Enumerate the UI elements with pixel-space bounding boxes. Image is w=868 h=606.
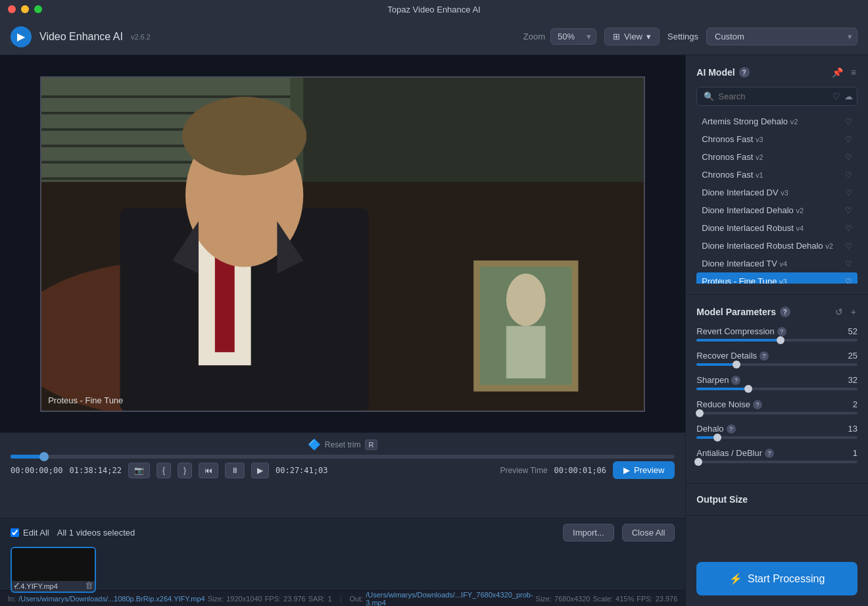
param-label: Recover Details ? <box>696 351 769 361</box>
selected-count-label: All 1 videos selected <box>57 528 135 538</box>
model-favorite-icon[interactable]: ♡ <box>845 224 852 233</box>
list-icon-button[interactable]: ≡ <box>850 66 857 79</box>
model-favorite-icon[interactable]: ♡ <box>845 241 852 251</box>
in-size: 1920x1040 <box>226 595 262 603</box>
status-bar: In: /Users/wimarys/Downloads/...1080p.Br… <box>0 590 685 606</box>
param-value: 13 <box>848 424 857 434</box>
right-panel: AI Model ? 📌 ≡ 🔍 ♡ ☁ Artemis Strong Deha… <box>685 55 868 606</box>
param-slider[interactable] <box>696 388 857 390</box>
param-slider[interactable] <box>696 339 857 341</box>
model-name: Dione Interlaced Dehalo v2 <box>702 205 841 215</box>
param-help-icon[interactable]: ? <box>777 327 786 336</box>
param-slider-thumb[interactable] <box>777 336 784 344</box>
add-param-button[interactable]: + <box>850 305 857 318</box>
play-button[interactable]: ▶ <box>251 463 269 478</box>
favorites-filter-icon[interactable]: ♡ <box>832 91 840 101</box>
preview-button[interactable]: ▶ Preview <box>613 461 675 479</box>
param-help-icon[interactable]: ? <box>765 449 774 458</box>
import-button[interactable]: Import... <box>563 524 614 542</box>
maximize-button[interactable] <box>34 5 42 13</box>
param-help-icon[interactable]: ? <box>727 424 736 434</box>
minimize-button[interactable] <box>21 5 29 13</box>
model-name: Dione Interlaced TV v4 <box>702 259 841 268</box>
param-label: Revert Compression ? <box>696 326 786 336</box>
view-label: View <box>624 32 642 41</box>
param-slider-thumb[interactable] <box>733 361 740 368</box>
param-value: 52 <box>848 326 857 336</box>
close-all-button[interactable]: Close All <box>622 524 675 542</box>
in-path[interactable]: /Users/wimarys/Downloads/...1080p.BrRip.… <box>18 595 205 603</box>
search-box: 🔍 ♡ ☁ <box>696 87 857 106</box>
model-list-item[interactable]: Chronos Fast v1 ♡ <box>696 166 857 184</box>
view-button[interactable]: ⊞ View ▾ <box>604 28 660 45</box>
mark-in-icon: { <box>162 466 165 475</box>
param-slider-thumb[interactable] <box>694 458 702 466</box>
model-favorite-icon[interactable]: ♡ <box>845 170 852 180</box>
param-help-icon[interactable]: ? <box>760 351 769 361</box>
model-list-item[interactable]: Dione Interlaced Robust v4 ♡ <box>696 219 857 237</box>
cloud-filter-icon[interactable]: ☁ <box>844 91 853 101</box>
pause-button[interactable]: ⏸ <box>225 463 245 478</box>
param-slider[interactable] <box>696 461 857 463</box>
mark-out-button[interactable]: } <box>178 463 192 478</box>
preview-time-value: 00:00:01;06 <box>554 466 606 475</box>
model-version: v2 <box>756 153 763 161</box>
param-help-icon[interactable]: ? <box>731 376 740 385</box>
camera-button[interactable]: 📷 <box>128 463 150 478</box>
model-list-item[interactable]: Chronos Fast v3 ♡ <box>696 130 857 148</box>
model-list-item[interactable]: Proteus - Fine Tune v3 ♡ <box>696 272 857 284</box>
model-version: v2 <box>790 118 798 126</box>
file-item[interactable]: ...4.YIFY.mp4 ✓ 🗑 <box>11 547 96 593</box>
out-path[interactable]: /Users/wimarys/Downloads/...IFY_7680x432… <box>366 591 533 607</box>
ai-model-section: AI Model ? 📌 ≡ 🔍 ♡ ☁ Artemis Strong Deha… <box>686 55 868 295</box>
model-params-help-icon[interactable]: ? <box>780 307 790 317</box>
param-slider-fill <box>696 388 748 390</box>
model-list-item[interactable]: Artemis Strong Dehalo v2 ♡ <box>696 113 857 130</box>
step-back-button[interactable]: ⏮ <box>199 463 218 478</box>
file-check-icon: ✓ <box>13 580 20 590</box>
model-favorite-icon[interactable]: ♡ <box>845 153 852 162</box>
param-help-icon[interactable]: ? <box>753 400 762 409</box>
model-list-item[interactable]: Dione Interlaced DV v3 ♡ <box>696 184 857 201</box>
model-favorite-icon[interactable]: ♡ <box>845 117 852 126</box>
param-slider-thumb[interactable] <box>696 409 704 417</box>
model-list-item[interactable]: Dione Interlaced TV v4 ♡ <box>696 255 857 272</box>
model-list-item[interactable]: Dione Interlaced Dehalo v2 ♡ <box>696 201 857 219</box>
file-delete-icon[interactable]: 🗑 <box>85 580 93 590</box>
timeline-bar[interactable] <box>11 455 675 459</box>
thumb-svg <box>12 548 95 581</box>
model-favorite-icon[interactable]: ♡ <box>845 259 852 268</box>
ai-model-help-icon[interactable]: ? <box>739 67 750 78</box>
reset-params-button[interactable]: ↺ <box>834 305 844 318</box>
model-favorite-icon[interactable]: ♡ <box>845 188 852 197</box>
pin-icon-button[interactable]: 📌 <box>831 66 844 79</box>
settings-select[interactable]: Custom Default <box>706 28 857 45</box>
param-row: Reduce Noise ? 2 <box>696 399 857 415</box>
param-label: Reduce Noise ? <box>696 399 762 409</box>
svg-point-20 <box>506 273 546 326</box>
time-out: 00:27:41;03 <box>276 466 327 475</box>
param-label-row: Recover Details ? 25 <box>696 351 857 361</box>
model-favorite-icon[interactable]: ♡ <box>845 135 852 144</box>
edit-all-checkbox[interactable] <box>11 528 19 537</box>
model-version: v3 <box>781 189 788 197</box>
model-list-item[interactable]: Chronos Fast v2 ♡ <box>696 148 857 166</box>
param-slider[interactable] <box>696 412 857 415</box>
search-input[interactable] <box>718 91 829 101</box>
zoom-select[interactable]: 50% 100% 75% 25% <box>550 28 596 45</box>
start-processing-button[interactable]: ⚡ Start Processing <box>696 562 857 595</box>
model-favorite-icon[interactable]: ♡ <box>845 206 852 215</box>
model-list-item[interactable]: Dione Interlaced Robust Dehalo v2 ♡ <box>696 237 857 255</box>
app-title: Video Enhance AI <box>39 31 123 43</box>
timeline-marker[interactable] <box>39 452 49 461</box>
close-button[interactable] <box>8 5 16 13</box>
param-slider-thumb[interactable] <box>744 385 752 393</box>
model-list: Artemis Strong Dehalo v2 ♡ Chronos Fast … <box>696 113 857 284</box>
param-slider[interactable] <box>696 363 857 366</box>
param-slider-thumb[interactable] <box>713 434 721 442</box>
mark-in-button[interactable]: { <box>157 463 171 478</box>
sar-label: SAR: <box>308 595 326 603</box>
in-label: In: <box>8 595 16 603</box>
param-slider[interactable] <box>696 436 857 439</box>
model-favorite-icon[interactable]: ♡ <box>845 277 852 284</box>
